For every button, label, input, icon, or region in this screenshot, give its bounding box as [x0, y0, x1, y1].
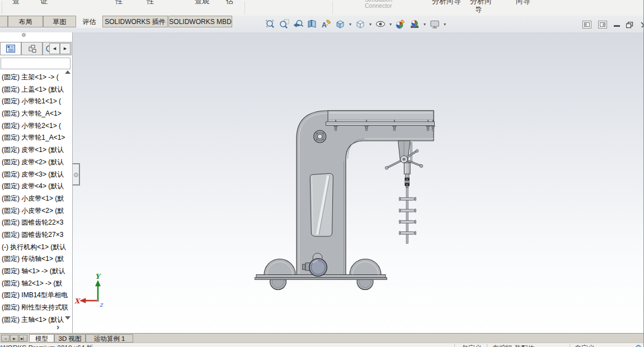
zoom-to-area-icon[interactable]: [278, 18, 290, 30]
tree-item[interactable]: (固定) 大带轮1_A<1>: [0, 132, 72, 144]
ribbon-button-label[interactable]: 性: [115, 0, 123, 6]
section-view-icon[interactable]: [306, 18, 318, 30]
model-coupling[interactable]: [405, 178, 410, 187]
panel-scroll-left-button[interactable]: ◀: [49, 43, 60, 54]
tab-layout[interactable]: 布局: [8, 16, 43, 27]
tree-item[interactable]: (固定) 皮带<3> (默认: [0, 169, 72, 181]
panel-scroll-right-button[interactable]: ▶: [60, 43, 70, 54]
tree-item[interactable]: (固定) 主架<1> -> (: [0, 72, 72, 84]
status-bar: SOLIDWORKS Premium 2018 x64 版 欠定义 在编辑 装配…: [0, 343, 644, 347]
tree-scroll-up-icon[interactable]: [65, 70, 70, 74]
minimize-button[interactable]: [614, 25, 620, 27]
tab-evaluate[interactable]: 评估: [76, 16, 102, 28]
ribbon-button-label[interactable]: 证: [40, 0, 48, 6]
analysis-wizard-button-line2[interactable]: 导: [475, 5, 482, 15]
tree-item[interactable]: (固定) 小皮带<1> (默: [0, 193, 72, 205]
tree-item[interactable]: (固定) 主轴<1> (默认: [0, 314, 72, 326]
status-separator: [454, 344, 455, 347]
tab-solidworks-addins[interactable]: SOLIDWORKS 插件: [102, 16, 168, 27]
tab-nav-prev-button[interactable]: ▶: [10, 335, 18, 342]
apply-scene-icon[interactable]: [408, 18, 421, 30]
tree-filter-input[interactable]: [1, 58, 70, 69]
close-button[interactable]: [641, 21, 644, 27]
ribbon-button-label[interactable]: 查: [12, 0, 20, 6]
analysis-wizard-button[interactable]: 分析向导: [432, 0, 461, 6]
tree-item[interactable]: (固定) 圆锥齿轮22×3: [0, 217, 72, 229]
zoom-to-fit-icon[interactable]: [264, 18, 276, 30]
tree-item[interactable]: (固定) 刚性型夹持式联: [0, 302, 72, 314]
tree-item[interactable]: (固定) IMB14型单相电: [0, 289, 72, 302]
feature-manager-panel: ◀ ▶ (固定) 主架<1> -> ((固定) 上盖<1> (默认(固定) 小带…: [0, 32, 73, 333]
tree-item[interactable]: (固定) 小皮带<2> (默: [0, 205, 72, 217]
tree-item[interactable]: (固定) 轴2<1> -> (默: [0, 278, 72, 290]
edit-appearance-icon[interactable]: [394, 18, 407, 30]
reference-triad: Y X Z: [74, 273, 104, 308]
heads-up-view-toolbar: A ▾ ▾ ▾ ▾ ▾: [264, 17, 447, 31]
collapse-left-pane-button[interactable]: [582, 21, 591, 28]
collapse-right-pane-button[interactable]: [598, 21, 607, 28]
model-slot[interactable]: [310, 173, 333, 236]
panel-splitter-dot[interactable]: [22, 33, 26, 37]
apply-scene-dropdown-icon[interactable]: ▾: [422, 22, 427, 27]
tree-scroll-down-icon[interactable]: [65, 316, 70, 320]
tree-item[interactable]: (固定) 轴<1> -> (默认: [0, 265, 72, 278]
tab-motion-study[interactable]: 运动算例 1: [86, 334, 133, 343]
triad-z-label: Z: [100, 303, 104, 308]
simulation-connector-button[interactable]: Simulation Connector: [365, 0, 392, 9]
view-orientation-dropdown-icon[interactable]: ▾: [348, 22, 352, 27]
tree-item[interactable]: (固定) 小带轮2<1> (: [0, 120, 72, 132]
tab-solidworks-mbd[interactable]: SOLIDWORKS MBD: [168, 16, 232, 27]
svg-text:A: A: [322, 21, 327, 29]
ribbon: 查 证 性 性 查观 估 Simulation Connector 分析向导 分…: [0, 0, 644, 16]
model-flange[interactable]: [314, 130, 326, 142]
tab-3d-views[interactable]: 3D 视图: [54, 334, 86, 343]
model-fender-right[interactable]: [350, 259, 381, 275]
tab-partial[interactable]: [0, 16, 8, 27]
restore-button[interactable]: [626, 21, 633, 31]
panel-tab-scroll: ◀ ▶: [49, 43, 72, 55]
hide-show-items-icon[interactable]: [374, 18, 387, 30]
model-quill[interactable]: [404, 163, 410, 178]
tree-item[interactable]: (固定) 皮带<2> (默认: [0, 156, 72, 169]
ribbon-button-label[interactable]: 性: [147, 0, 154, 6]
quick-tips-globe-icon[interactable]: [635, 344, 642, 347]
tree-item[interactable]: (固定) 皮带<4> (默认: [0, 180, 72, 193]
view-settings-dropdown-icon[interactable]: ▾: [443, 22, 447, 27]
featuremanager-tree-tab[interactable]: [0, 42, 21, 55]
display-style-icon[interactable]: [354, 18, 366, 30]
tree-expand-icon[interactable]: ›: [57, 322, 59, 331]
status-customize-button[interactable]: 自定义: [575, 344, 595, 347]
tree-item[interactable]: (固定) 皮带<1> (默认: [0, 144, 72, 156]
tree-item[interactable]: (固定) 小带轮1<1> (: [0, 96, 72, 108]
tree-item[interactable]: (固定) 传动轴<1> (默: [0, 253, 72, 265]
ribbon-button-label[interactable]: 估: [226, 0, 233, 6]
tree-item[interactable]: (-) 执行机构<1> (默认: [0, 241, 72, 254]
wizard-button[interactable]: 向导: [516, 0, 530, 6]
propertymanager-tab[interactable]: [21, 42, 43, 55]
model-frame[interactable]: [255, 111, 435, 290]
model-fender-left[interactable]: [264, 259, 295, 275]
ribbon-button-label[interactable]: 查观: [195, 0, 209, 6]
pane-splitter-handle[interactable]: [73, 163, 80, 186]
display-style-dropdown-icon[interactable]: ▾: [368, 22, 373, 27]
annotations-icon[interactable]: A: [320, 18, 332, 30]
tab-nav-last-button[interactable]: ▶▏: [19, 335, 27, 342]
view-settings-icon[interactable]: [429, 18, 441, 30]
previous-view-icon[interactable]: [292, 18, 304, 30]
assembly-model[interactable]: Y X Z: [73, 32, 644, 333]
model-agitator-shaft[interactable]: [399, 188, 416, 244]
tree-item[interactable]: (固定) 大带轮_A<1>: [0, 108, 72, 120]
status-editing-text: 在编辑 装配体: [492, 344, 534, 347]
hide-show-items-dropdown-icon[interactable]: ▾: [388, 22, 393, 27]
tree-item[interactable]: (固定) 上盖<1> (默认: [0, 84, 72, 96]
tab-model[interactable]: 模型: [29, 334, 54, 343]
simulation-connector-line2: Connector: [365, 3, 392, 9]
tab-sketch[interactable]: 草图: [43, 16, 76, 27]
property-manager-icon: [27, 45, 36, 53]
tree-item[interactable]: (固定) 圆锥齿轮27×3: [0, 229, 72, 241]
graphics-viewport[interactable]: Y X Z: [73, 32, 644, 333]
view-orientation-icon[interactable]: [334, 18, 346, 30]
feature-tree-icon: [6, 45, 15, 53]
status-version-text: SOLIDWORKS Premium 2018 x64 版: [0, 344, 93, 347]
tab-nav-first-button[interactable]: ◀: [1, 335, 10, 342]
